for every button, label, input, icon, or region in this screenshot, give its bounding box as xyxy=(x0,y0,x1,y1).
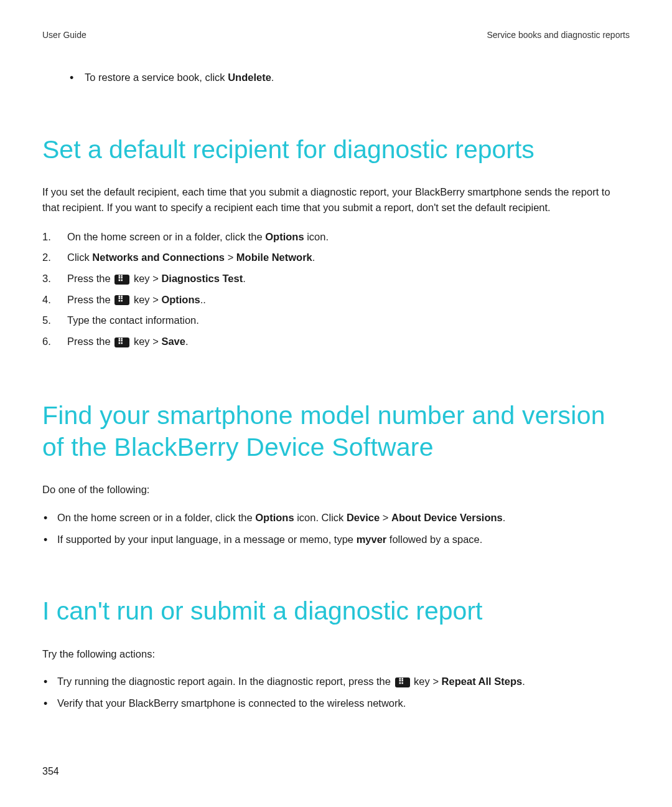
step6-mid: key > xyxy=(131,336,161,347)
step3-mid: key > xyxy=(131,273,161,284)
s2b2-p2: followed by a space. xyxy=(386,534,482,545)
step-5: Type the contact information. xyxy=(42,311,630,330)
page-header: User Guide Service books and diagnostic … xyxy=(42,30,630,40)
section3-bullet-1: Try running the diagnostic report again.… xyxy=(42,674,630,689)
step4-bold: Options xyxy=(161,294,200,305)
step-3: Press the key > Diagnostics Test. xyxy=(42,270,630,288)
step3-prefix: Press the xyxy=(67,273,113,284)
s2b1-p1: On the home screen or in a folder, click… xyxy=(57,512,255,523)
step4-mid: key > xyxy=(131,294,161,305)
blackberry-key-icon xyxy=(114,275,129,285)
s3b1-mid: key > xyxy=(411,676,442,687)
intro-bullet: To restore a service book, click Undelet… xyxy=(70,70,630,85)
intro-bullet-prefix: To restore a service book, click xyxy=(85,72,228,83)
section2-bullet-2: If supported by your input language, in … xyxy=(42,532,630,547)
intro-bullet-suffix: . xyxy=(271,72,274,83)
step4-suffix: .. xyxy=(200,294,206,305)
step3-suffix: . xyxy=(243,273,246,284)
section1-steps: On the home screen or in a folder, click… xyxy=(42,228,630,351)
step-4: Press the key > Options.. xyxy=(42,291,630,309)
s2b1-b2: Device xyxy=(347,512,380,523)
s2b1-sep: > xyxy=(380,512,391,523)
s2b1-p2: icon. Click xyxy=(294,512,347,523)
intro-bullet-bold: Undelete xyxy=(228,72,271,83)
s3b1-bold: Repeat All Steps xyxy=(442,676,523,687)
step3-bold: Diagnostics Test xyxy=(161,273,243,284)
step1-bold: Options xyxy=(265,231,304,242)
section3-bullets: Try running the diagnostic report again.… xyxy=(42,674,630,711)
section2-intro: Do one of the following: xyxy=(42,482,630,498)
section2-heading: Find your smartphone model number and ve… xyxy=(42,400,630,464)
s2b2-p1: If supported by your input language, in … xyxy=(57,534,357,545)
step2-bold1: Networks and Connections xyxy=(92,252,225,263)
page-number: 354 xyxy=(42,766,59,777)
blackberry-key-icon xyxy=(114,295,129,305)
blackberry-key-icon xyxy=(114,337,129,347)
section1-intro: If you set the default recipient, each t… xyxy=(42,184,630,215)
step-6: Press the key > Save. xyxy=(42,333,630,351)
header-left: User Guide xyxy=(42,30,86,40)
section3-bullet-2: Verify that your BlackBerry smartphone i… xyxy=(42,696,630,711)
s2b1-b1: Options xyxy=(255,512,294,523)
s2b1-b3: About Device Versions xyxy=(391,512,503,523)
step1-prefix: On the home screen or in a folder, click… xyxy=(67,231,265,242)
step2-suffix: . xyxy=(312,252,315,263)
s2b1-suffix: . xyxy=(503,512,506,523)
step1-suffix: icon. xyxy=(304,231,329,242)
step6-bold: Save xyxy=(161,336,185,347)
step6-prefix: Press the xyxy=(67,336,113,347)
s3b1-suffix: . xyxy=(522,676,525,687)
section3-intro: Try the following actions: xyxy=(42,646,630,662)
s2b2-b1: myver xyxy=(357,534,387,545)
step2-sep: > xyxy=(225,252,236,263)
step4-prefix: Press the xyxy=(67,294,113,305)
step2-prefix: Click xyxy=(67,252,92,263)
section2-bullets: On the home screen or in a folder, click… xyxy=(42,510,630,547)
section1-heading: Set a default recipient for diagnostic r… xyxy=(42,134,630,166)
step-1: On the home screen or in a folder, click… xyxy=(42,228,630,247)
blackberry-key-icon xyxy=(395,677,410,687)
step6-suffix: . xyxy=(185,336,189,347)
header-right: Service books and diagnostic reports xyxy=(487,30,630,40)
step2-bold2: Mobile Network xyxy=(236,252,312,263)
s3b1-p1: Try running the diagnostic report again.… xyxy=(57,676,394,687)
section3-heading: I can't run or submit a diagnostic repor… xyxy=(42,595,630,627)
section2-bullet-1: On the home screen or in a folder, click… xyxy=(42,510,630,526)
step-2: Click Networks and Connections > Mobile … xyxy=(42,248,630,267)
